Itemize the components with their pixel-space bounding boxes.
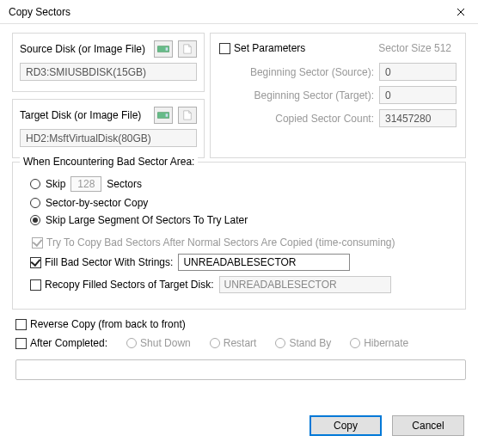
skip-large-radio[interactable] bbox=[30, 215, 40, 225]
skip-large-option[interactable]: Skip Large Segment Of Sectors To Try Lat… bbox=[30, 214, 455, 226]
select-file-button[interactable] bbox=[178, 107, 197, 124]
skip-option[interactable]: Skip Sectors bbox=[30, 176, 455, 192]
beg-target-value: 0 bbox=[379, 86, 457, 104]
target-disk-panel: Target Disk (or Image File) HD2:MsftVirt… bbox=[12, 99, 205, 158]
file-icon bbox=[181, 44, 193, 54]
close-icon bbox=[457, 8, 465, 16]
source-disk-value: RD3:SMIUSBDISK(15GB) bbox=[20, 63, 197, 81]
skip-unit-label: Sectors bbox=[107, 178, 142, 190]
file-icon bbox=[181, 110, 193, 120]
parameters-panel: Set Parameters Sector Size 512 Beginning… bbox=[210, 33, 466, 158]
sector-size-label: Sector Size 512 bbox=[378, 42, 457, 54]
set-parameters-label: Set Parameters bbox=[234, 42, 305, 54]
set-parameters-checkbox[interactable]: Set Parameters bbox=[219, 42, 305, 54]
select-file-button[interactable] bbox=[178, 40, 197, 58]
skip-radio[interactable] bbox=[30, 179, 40, 189]
progress-bar bbox=[15, 359, 466, 380]
beg-source-value: 0 bbox=[379, 63, 457, 81]
copied-count-label: Copied Sector Count: bbox=[219, 113, 379, 125]
titlebar: Copy Sectors bbox=[0, 0, 478, 24]
bad-sector-group: When Encountering Bad Sector Area: Skip … bbox=[12, 162, 466, 310]
skip-label: Skip bbox=[46, 178, 65, 190]
after-options: Shut Down Restart Stand By Hibernate bbox=[126, 337, 408, 349]
after-standby: Stand By bbox=[275, 337, 331, 349]
select-disk-button[interactable] bbox=[154, 40, 173, 58]
copied-count-value: 31457280 bbox=[379, 109, 457, 127]
after-completed-input[interactable] bbox=[15, 338, 27, 349]
source-disk-panel: Source Disk (or Image File) RD3:SMIUSBDI… bbox=[12, 33, 205, 92]
after-completed-label: After Completed: bbox=[30, 337, 107, 349]
after-hibernate: Hibernate bbox=[350, 337, 408, 349]
sbs-label: Sector-by-sector Copy bbox=[46, 197, 148, 209]
source-disk-label: Source Disk (or Image File) bbox=[20, 43, 149, 55]
reverse-copy-input[interactable] bbox=[15, 319, 27, 330]
copy-button[interactable]: Copy bbox=[309, 415, 382, 436]
select-disk-button[interactable] bbox=[154, 107, 173, 124]
fill-string-input[interactable] bbox=[30, 257, 41, 268]
fill-string-label: Fill Bad Sector With Strings: bbox=[45, 256, 173, 268]
after-restart: Restart bbox=[210, 337, 257, 349]
try-copy-checkbox: Try To Copy Bad Sectors After Normal Sec… bbox=[32, 236, 455, 249]
skip-count-input[interactable] bbox=[70, 176, 101, 192]
disk-icon bbox=[157, 44, 169, 54]
close-button[interactable] bbox=[444, 0, 478, 24]
recopy-input[interactable] bbox=[30, 279, 41, 291]
fill-string-value[interactable] bbox=[178, 254, 350, 271]
fill-string-checkbox[interactable]: Fill Bad Sector With Strings: bbox=[30, 256, 173, 268]
reverse-copy-checkbox[interactable]: Reverse Copy (from back to front) bbox=[15, 318, 466, 330]
window-title: Copy Sectors bbox=[9, 6, 70, 18]
beg-target-label: Beginning Sector (Target): bbox=[219, 89, 379, 101]
recopy-label: Recopy Filled Sectors of Target Disk: bbox=[45, 279, 214, 291]
after-completed-checkbox[interactable]: After Completed: bbox=[15, 337, 107, 349]
try-copy-label: Try To Copy Bad Sectors After Normal Sec… bbox=[46, 236, 395, 249]
try-copy-input bbox=[32, 237, 43, 249]
skip-large-label: Skip Large Segment Of Sectors To Try Lat… bbox=[46, 214, 248, 226]
bad-sector-legend: When Encountering Bad Sector Area: bbox=[20, 156, 198, 168]
beg-source-label: Beginning Sector (Source): bbox=[219, 66, 379, 78]
target-disk-label: Target Disk (or Image File) bbox=[20, 109, 149, 121]
target-disk-value: HD2:MsftVirtualDisk(80GB) bbox=[20, 129, 197, 147]
disk-icon bbox=[157, 110, 169, 120]
sbs-radio[interactable] bbox=[30, 198, 40, 208]
cancel-button[interactable]: Cancel bbox=[392, 415, 464, 436]
recopy-value bbox=[219, 276, 391, 293]
set-parameters-input[interactable] bbox=[219, 43, 230, 54]
sector-by-sector-option[interactable]: Sector-by-sector Copy bbox=[30, 197, 455, 209]
reverse-copy-label: Reverse Copy (from back to front) bbox=[30, 318, 186, 330]
recopy-checkbox[interactable]: Recopy Filled Sectors of Target Disk: bbox=[30, 279, 214, 291]
svg-rect-3 bbox=[166, 114, 169, 117]
svg-rect-1 bbox=[166, 47, 169, 51]
after-shutdown: Shut Down bbox=[126, 337, 191, 349]
